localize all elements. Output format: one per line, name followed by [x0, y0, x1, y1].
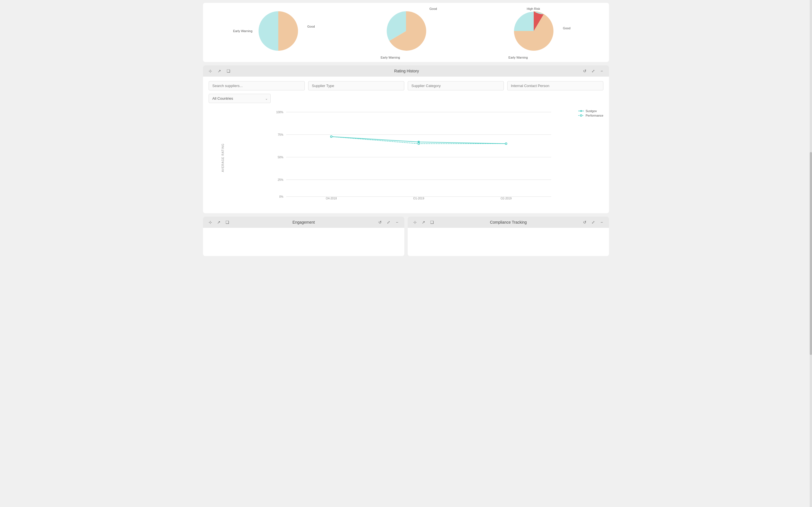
contact-person-input[interactable]: [507, 81, 603, 91]
engagement-share-icon[interactable]: ↗: [216, 219, 221, 225]
legend-performance: Performance: [578, 114, 603, 117]
y-axis-label: AVERAGE RATING: [221, 144, 224, 172]
pie-chart-1: Early Warning Good: [256, 8, 301, 54]
legend-sustgov: Sustgov: [578, 109, 603, 113]
pie-chart-3: High Risk Good Early Warning: [511, 8, 556, 54]
engagement-minimize-icon[interactable]: −: [394, 219, 400, 225]
copy-icon[interactable]: ❏: [225, 68, 231, 74]
pie-section: Early Warning Good Good Early Warning: [203, 3, 609, 62]
svg-text:100%: 100%: [276, 111, 283, 114]
rating-history-card: ⊹ ↗ ❏ Rating History ↺ ⤢ −: [203, 65, 609, 213]
move-icon[interactable]: ⊹: [207, 68, 213, 74]
rating-history-chart: AVERAGE RATING 100% 75% 50% 25% 0%: [209, 107, 603, 209]
svg-text:0%: 0%: [280, 195, 284, 198]
header-toolbar-right: ↺ ⤢ −: [582, 68, 605, 74]
svg-text:Q1-2019: Q1-2019: [413, 197, 424, 200]
svg-point-20: [580, 110, 582, 112]
supplier-type-input[interactable]: [308, 81, 404, 91]
svg-text:25%: 25%: [278, 178, 283, 181]
refresh-icon[interactable]: ↺: [582, 68, 588, 74]
compliance-copy-icon[interactable]: ❏: [429, 219, 435, 225]
compliance-share-icon[interactable]: ↗: [421, 219, 426, 225]
svg-point-16: [331, 136, 332, 137]
rating-history-header: ⊹ ↗ ❏ Rating History ↺ ⤢ −: [203, 65, 609, 76]
engagement-move-icon[interactable]: ⊹: [207, 219, 213, 225]
pie3-label-high-risk: High Risk: [527, 7, 540, 10]
pie2-label-top: Good: [429, 7, 437, 10]
engagement-copy-icon[interactable]: ❏: [224, 219, 230, 225]
pie1-label-left: Early Warning: [233, 29, 253, 33]
legend-performance-label: Performance: [586, 114, 603, 117]
pie1-label-right: Good: [307, 25, 315, 28]
compliance-expand-icon[interactable]: ⤢: [591, 219, 596, 225]
compliance-refresh-icon[interactable]: ↺: [582, 219, 588, 225]
compliance-minimize-icon[interactable]: −: [599, 219, 605, 225]
expand-icon[interactable]: ⤢: [591, 68, 596, 74]
pie3-label-early-warning: Early Warning: [508, 56, 528, 59]
legend-sustgov-label: Sustgov: [586, 109, 597, 113]
svg-point-18: [505, 143, 507, 145]
engagement-body: [203, 228, 404, 256]
rating-history-body: All Countries Germany France USA UK ⌄ AV…: [203, 76, 609, 213]
svg-point-17: [418, 143, 419, 145]
compliance-body: [408, 228, 609, 256]
header-toolbar-left: ⊹ ↗ ❏: [207, 68, 231, 74]
chart-legend: Sustgov Performance: [578, 109, 603, 117]
scrollbar[interactable]: [810, 0, 812, 259]
scrollbar-thumb[interactable]: [810, 152, 812, 259]
engagement-title: Engagement: [292, 220, 315, 224]
compliance-header: ⊹ ↗ ❏ Compliance Tracking ↺ ⤢ −: [408, 217, 609, 228]
compliance-title: Compliance Tracking: [490, 220, 527, 224]
pie2-label-bottom: Early Warning: [380, 56, 400, 59]
svg-text:75%: 75%: [278, 133, 283, 136]
svg-text:Q4-2018: Q4-2018: [326, 197, 337, 200]
pie3-label-good: Good: [563, 26, 570, 30]
country-select[interactable]: All Countries Germany France USA UK: [209, 94, 271, 103]
engagement-header: ⊹ ↗ ❏ Engagement ↺ ⤢ −: [203, 217, 404, 228]
minimize-icon[interactable]: −: [599, 68, 605, 74]
compliance-move-icon[interactable]: ⊹: [412, 219, 418, 225]
rating-history-title: Rating History: [231, 69, 582, 73]
engagement-expand-icon[interactable]: ⤢: [386, 219, 391, 225]
bottom-cards-row: ⊹ ↗ ❏ Engagement ↺ ⤢ − ⊹ ↗ ❏: [203, 217, 609, 256]
svg-text:Q2-2019: Q2-2019: [501, 197, 512, 200]
engagement-card: ⊹ ↗ ❏ Engagement ↺ ⤢ −: [203, 217, 404, 256]
pie-chart-2: Good Early Warning: [384, 8, 428, 54]
compliance-card: ⊹ ↗ ❏ Compliance Tracking ↺ ⤢ −: [408, 217, 609, 256]
svg-text:50%: 50%: [278, 156, 283, 159]
svg-point-22: [580, 115, 582, 116]
engagement-refresh-icon[interactable]: ↺: [377, 219, 383, 225]
supplier-category-input[interactable]: [408, 81, 504, 91]
chart-svg: 100% 75% 50% 25% 0% Q4-2018 Q1-2019 Q2-2…: [223, 109, 603, 200]
search-input[interactable]: [209, 81, 305, 91]
filter-row: [209, 81, 603, 91]
country-filter-row: All Countries Germany France USA UK ⌄: [209, 94, 603, 103]
country-select-wrapper: All Countries Germany France USA UK ⌄: [209, 94, 271, 103]
share-icon[interactable]: ↗: [216, 68, 222, 74]
